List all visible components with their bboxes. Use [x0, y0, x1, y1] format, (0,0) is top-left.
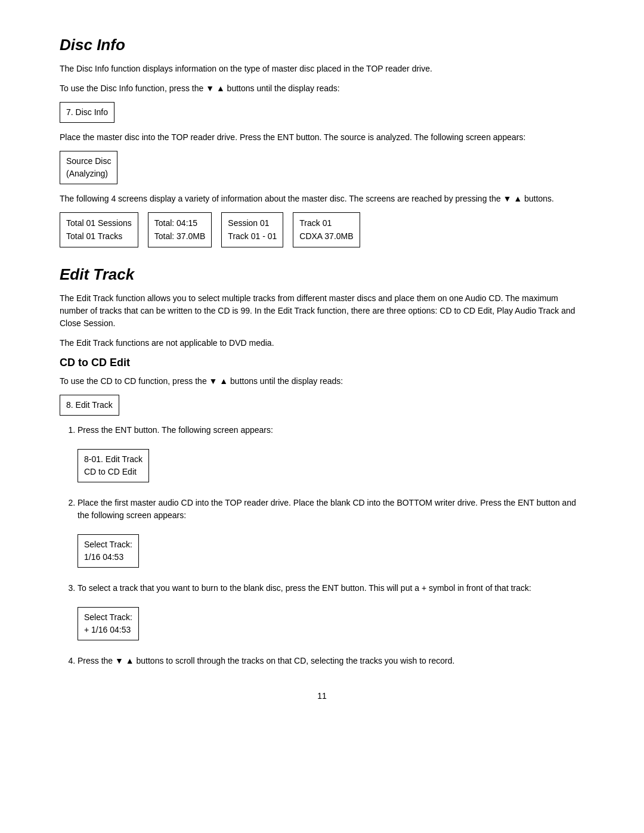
step-2: Place the first master audio CD into the…: [78, 497, 584, 576]
disc-info-after-menu: Place the master disc into the TOP reade…: [60, 131, 584, 144]
screen-4: Track 01 CDXA 37.0MB: [293, 212, 360, 247]
step3-box: Select Track: + 1/16 04:53: [78, 607, 139, 640]
page-number: 11: [60, 691, 584, 701]
menu-box-disc-info: 7. Disc Info: [60, 102, 114, 123]
screen-2: Total: 04:15 Total: 37.0MB: [148, 212, 212, 247]
edit-track-title: Edit Track: [60, 265, 584, 284]
analyzing-box: Source Disc (Analyzing): [60, 151, 117, 184]
cd-to-cd-edit-subsection: CD to CD Edit To use the CD to CD functi…: [60, 357, 584, 667]
step-4: Press the ▼ ▲ buttons to scroll through …: [78, 655, 584, 667]
screens-intro: The following 4 screens display a variet…: [60, 193, 584, 205]
info-screens-row: Total 01 Sessions Total 01 Tracks Total:…: [60, 212, 584, 247]
cd-to-cd-edit-subtitle: CD to CD Edit: [60, 357, 584, 369]
step2-box: Select Track: 1/16 04:53: [78, 534, 139, 568]
edit-track-intro2: The Edit Track functions are not applica…: [60, 337, 584, 349]
step1-box: 8-01. Edit Track CD to CD Edit: [78, 449, 149, 482]
step-1: Press the ENT button. The following scre…: [78, 424, 584, 491]
step-3: To select a track that you want to burn …: [78, 582, 584, 649]
screen-3: Session 01 Track 01 - 01: [221, 212, 283, 247]
disc-info-section: Disc Info The Disc Info function display…: [60, 36, 584, 247]
cd-to-cd-steps: Press the ENT button. The following scre…: [78, 424, 584, 667]
menu-box-edit-track: 8. Edit Track: [60, 395, 119, 416]
edit-track-intro1: The Edit Track function allows you to se…: [60, 292, 584, 330]
disc-info-intro: The Disc Info function displays informat…: [60, 63, 584, 75]
cd-to-cd-instruction: To use the CD to CD function, press the …: [60, 375, 584, 388]
screen-1: Total 01 Sessions Total 01 Tracks: [60, 212, 138, 247]
edit-track-section: Edit Track The Edit Track function allow…: [60, 265, 584, 667]
disc-info-title: Disc Info: [60, 36, 584, 54]
disc-info-instruction: To use the Disc Info function, press the…: [60, 82, 584, 95]
